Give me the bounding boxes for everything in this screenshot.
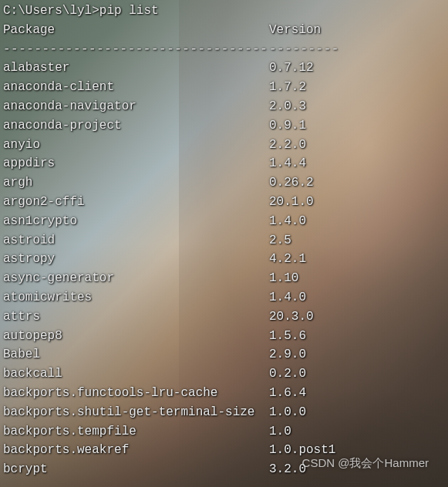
package-name: anaconda-navigator	[3, 97, 269, 116]
package-name: backcall	[3, 364, 269, 384]
package-name: argh	[3, 173, 269, 193]
package-name: anyio	[3, 136, 269, 155]
package-version: 0.2.0	[269, 364, 306, 384]
package-name: astropy	[3, 250, 269, 269]
package-version: 2.2.0	[269, 136, 306, 155]
package-name: attrs	[3, 307, 269, 327]
package-name: Babel	[3, 345, 269, 364]
package-name: argon2-cffi	[3, 193, 269, 212]
table-row: backports.shutil-get-terminal-size1.0.0	[3, 403, 445, 422]
table-row: atomicwrites1.4.0	[3, 288, 445, 307]
package-name: backports.shutil-get-terminal-size	[3, 403, 269, 422]
package-version: 1.10	[269, 269, 298, 288]
table-row: asn1crypto1.4.0	[3, 212, 445, 231]
package-version: 1.0.0	[269, 403, 306, 422]
table-row: alabaster0.7.12	[3, 59, 445, 78]
package-name: alabaster	[3, 59, 269, 78]
package-list: alabaster0.7.12anaconda-client1.7.2anaco…	[3, 59, 445, 479]
package-version: 1.4.0	[269, 212, 306, 231]
package-version: 3.2.0	[269, 460, 306, 479]
package-version: 1.7.2	[269, 78, 306, 97]
package-name: async-generator	[3, 269, 269, 288]
table-header: Package Version	[3, 21, 445, 40]
table-row: backports.tempfile1.0	[3, 422, 445, 442]
table-row: anyio2.2.0	[3, 136, 445, 155]
package-version: 20.1.0	[269, 193, 314, 212]
table-row: appdirs1.4.4	[3, 154, 445, 173]
command-prompt: C:\Users\lyl>pip list	[3, 2, 445, 21]
header-version: Version	[269, 21, 321, 40]
table-row: autopep81.5.6	[3, 327, 445, 346]
package-name: atomicwrites	[3, 288, 269, 307]
terminal-output: C:\Users\lyl>pip list Package Version --…	[0, 0, 448, 481]
table-row: Babel2.9.0	[3, 345, 445, 364]
package-name: backports.tempfile	[3, 422, 269, 442]
table-row: backcall0.2.0	[3, 364, 445, 384]
package-version: 4.2.1	[269, 250, 306, 269]
package-name: appdirs	[3, 154, 269, 173]
table-row: astroid2.5	[3, 231, 445, 250]
table-row: anaconda-navigator2.0.3	[3, 97, 445, 116]
package-version: 0.26.2	[269, 173, 314, 193]
package-name: backports.functools-lru-cache	[3, 384, 269, 403]
package-version: 1.0	[269, 422, 291, 442]
table-row: attrs20.3.0	[3, 307, 445, 327]
package-name: backports.weakref	[3, 441, 269, 460]
table-row: async-generator1.10	[3, 269, 445, 288]
table-row: backports.functools-lru-cache1.6.4	[3, 384, 445, 403]
package-version: 0.7.12	[269, 59, 314, 78]
table-row: argh0.26.2	[3, 173, 445, 193]
table-row: anaconda-client1.7.2	[3, 78, 445, 97]
watermark-text: CSDN @我会个Hammer	[302, 454, 429, 472]
package-name: anaconda-project	[3, 116, 269, 136]
table-divider: ---------------------------------- -----…	[3, 40, 445, 59]
package-version: 2.0.3	[269, 97, 306, 116]
package-name: asn1crypto	[3, 212, 269, 231]
package-version: 1.4.4	[269, 154, 306, 173]
divider-version: ---------	[269, 40, 339, 59]
table-row: argon2-cffi20.1.0	[3, 193, 445, 212]
divider-package: ----------------------------------	[3, 40, 269, 59]
table-row: anaconda-project0.9.1	[3, 116, 445, 136]
package-version: 2.5	[269, 231, 291, 250]
package-version: 1.5.6	[269, 327, 306, 346]
package-version: 2.9.0	[269, 345, 306, 364]
package-version: 20.3.0	[269, 307, 314, 327]
package-name: anaconda-client	[3, 78, 269, 97]
package-version: 1.4.0	[269, 288, 306, 307]
package-version: 1.6.4	[269, 384, 306, 403]
package-name: bcrypt	[3, 460, 269, 479]
package-name: autopep8	[3, 327, 269, 346]
package-version: 0.9.1	[269, 116, 306, 136]
header-package: Package	[3, 21, 269, 40]
table-row: astropy4.2.1	[3, 250, 445, 269]
package-name: astroid	[3, 231, 269, 250]
